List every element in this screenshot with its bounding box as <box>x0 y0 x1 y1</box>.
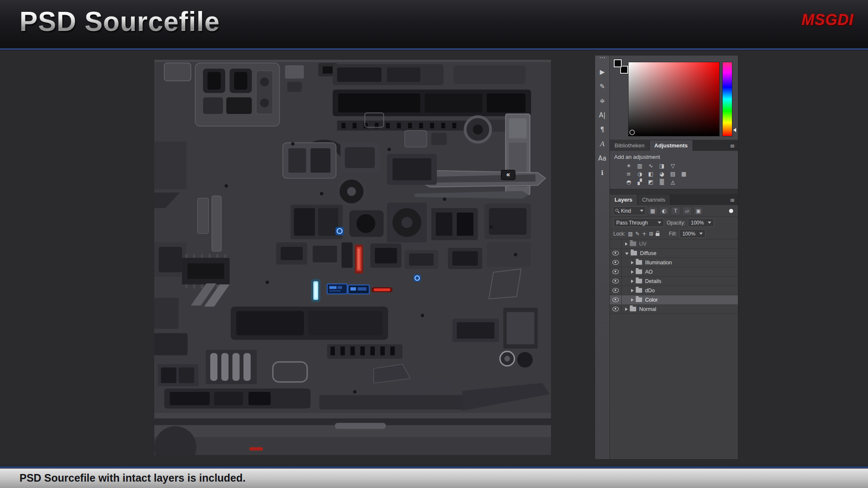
tab-bibliotheken[interactable]: Bibliotheken <box>610 140 650 151</box>
layer-row-details[interactable]: Details <box>610 277 738 286</box>
character-styles-icon[interactable]: Aa <box>595 151 609 166</box>
visibility-toggle[interactable] <box>610 277 622 286</box>
glyphs-icon[interactable]: A <box>595 137 609 151</box>
footer: PSD Sourcefile with intact layers is inc… <box>0 469 868 488</box>
layer-row-ao[interactable]: AO <box>610 267 738 277</box>
filtering-toggle[interactable] <box>729 209 733 213</box>
filter-pixel-layers-icon[interactable]: ▦ <box>648 207 657 215</box>
properties-icon[interactable]: ≑ <box>595 94 609 108</box>
chevron-down-icon <box>708 222 711 224</box>
group-folder-icon <box>636 279 642 283</box>
fill-label: Fill: <box>669 231 677 237</box>
layer-row-normal[interactable]: Normal <box>610 305 738 314</box>
visibility-toggle[interactable] <box>610 295 622 304</box>
group-folder-icon <box>636 269 642 274</box>
expand-arrow-icon[interactable] <box>631 298 634 302</box>
opacity-dropdown[interactable]: 100% <box>688 218 714 227</box>
lock-all-icon[interactable] <box>656 233 659 236</box>
chevron-down-icon <box>640 210 643 212</box>
hue-saturation-icon[interactable]: ≡ <box>624 170 633 177</box>
panel-menu-icon[interactable]: ≡ <box>730 140 735 151</box>
layer-row-diffuse[interactable]: Diffuse <box>610 249 738 258</box>
brightness-contrast-icon[interactable]: ☀ <box>624 162 633 169</box>
clipped-panel-icon[interactable]: ⋯ <box>595 55 609 65</box>
layer-row-color[interactable]: Color <box>610 295 738 305</box>
tab-layers[interactable]: Layers <box>610 194 637 205</box>
lock-transparency-icon[interactable]: ▨ <box>628 231 633 237</box>
exposure-icon[interactable]: ◨ <box>657 162 666 169</box>
layer-name: Diffuse <box>640 250 657 256</box>
threshold-icon[interactable]: ◩ <box>646 178 655 186</box>
actions-icon[interactable]: ▶ <box>595 65 609 79</box>
filter-kind-dropdown[interactable]: Kind <box>613 206 646 215</box>
expand-arrow-icon[interactable] <box>625 242 628 246</box>
layers-tabbar: Layers Channels ≡ <box>610 194 738 205</box>
tool-presets-icon[interactable]: ✎ <box>595 79 609 94</box>
layers-panel: Layers Channels ≡ Kind ▦ ◐ T ▱ ▣ <box>610 194 738 459</box>
msgdi-logo: MSGDI <box>801 11 854 29</box>
curves-icon[interactable]: ∿ <box>646 162 655 169</box>
black-white-icon[interactable]: ◧ <box>646 170 655 177</box>
layer-row-illumination[interactable]: Illumination <box>610 258 738 267</box>
layer-row-uv[interactable]: UV <box>610 239 738 249</box>
blend-mode-dropdown[interactable]: Pass Through <box>613 218 664 227</box>
gradient-map-icon[interactable]: ▒ <box>657 178 666 186</box>
layer-row-ddo[interactable]: dDo <box>610 286 738 295</box>
layers-empty-area <box>610 314 738 459</box>
info-icon[interactable]: ℹ <box>595 166 609 180</box>
photo-filter-icon[interactable]: ◕ <box>657 170 666 177</box>
opacity-label: Opacity: <box>667 220 685 226</box>
vibrance-icon[interactable]: ▽ <box>668 162 677 169</box>
lock-position-icon[interactable]: + <box>642 231 646 237</box>
lock-artboard-icon[interactable]: ⊞ <box>649 231 653 237</box>
posterize-icon[interactable]: ▞ <box>635 178 644 186</box>
visibility-toggle[interactable] <box>610 305 622 313</box>
hue-slider[interactable] <box>722 62 732 136</box>
blend-mode-row: Pass Through Opacity: 100% <box>610 217 738 228</box>
visibility-toggle[interactable] <box>610 267 622 276</box>
fill-dropdown[interactable]: 100% <box>679 229 706 238</box>
lock-pixels-icon[interactable]: ✎ <box>635 231 640 237</box>
expand-arrow-icon[interactable] <box>631 289 634 292</box>
character-icon[interactable]: A| <box>595 108 609 122</box>
collapse-arrow-icon[interactable] <box>625 252 629 255</box>
paragraph-icon[interactable]: ¶ <box>595 122 609 137</box>
hue-slider-marker[interactable] <box>733 128 736 132</box>
panel-column: Bibliotheken Adjustments ≡ Add an adjust… <box>610 55 738 459</box>
layer-name: dDo <box>645 288 655 294</box>
color-cursor[interactable] <box>629 130 635 135</box>
visibility-toggle[interactable] <box>610 239 622 248</box>
expand-arrow-icon[interactable] <box>631 280 634 283</box>
filter-type-layers-icon[interactable]: T <box>671 207 680 215</box>
selective-color-icon[interactable]: ◬ <box>668 178 677 186</box>
panel-menu-icon[interactable]: ≡ <box>730 194 735 205</box>
visibility-toggle[interactable] <box>610 258 622 267</box>
tab-adjustments[interactable]: Adjustments <box>650 140 693 151</box>
filter-kind-label: Kind <box>621 208 631 214</box>
tab-channels[interactable]: Channels <box>637 194 670 205</box>
color-balance-icon[interactable]: ◑ <box>635 170 644 177</box>
collapse-panels-button[interactable]: « <box>501 170 515 180</box>
layer-name: Illumination <box>645 260 672 266</box>
expand-arrow-icon[interactable] <box>631 270 634 274</box>
lock-row: Lock: ▨ ✎ + ⊞ Fill: 100% <box>610 228 738 239</box>
filter-smart-objects-icon[interactable]: ▣ <box>694 207 703 215</box>
invert-icon[interactable]: ◓ <box>624 178 633 186</box>
channel-mixer-icon[interactable]: ▤ <box>668 170 677 177</box>
color-lookup-icon[interactable]: ▦ <box>679 170 688 177</box>
layer-name: Normal <box>639 306 656 312</box>
saturation-brightness-field[interactable] <box>628 62 720 136</box>
chevron-down-icon <box>658 222 661 224</box>
visibility-toggle[interactable] <box>610 249 622 258</box>
eye-icon <box>612 297 619 302</box>
foreground-color-swatch[interactable] <box>614 59 622 67</box>
uv-texture-image: « <box>154 60 551 455</box>
expand-arrow-icon[interactable] <box>631 261 634 264</box>
expand-arrow-icon[interactable] <box>625 308 628 311</box>
filter-adjustment-layers-icon[interactable]: ◐ <box>659 207 669 215</box>
visibility-toggle[interactable] <box>610 286 622 295</box>
levels-icon[interactable]: ▥ <box>635 162 644 169</box>
filter-shape-layers-icon[interactable]: ▱ <box>682 207 692 215</box>
eye-icon <box>612 251 619 255</box>
layer-name: UV <box>639 241 646 247</box>
